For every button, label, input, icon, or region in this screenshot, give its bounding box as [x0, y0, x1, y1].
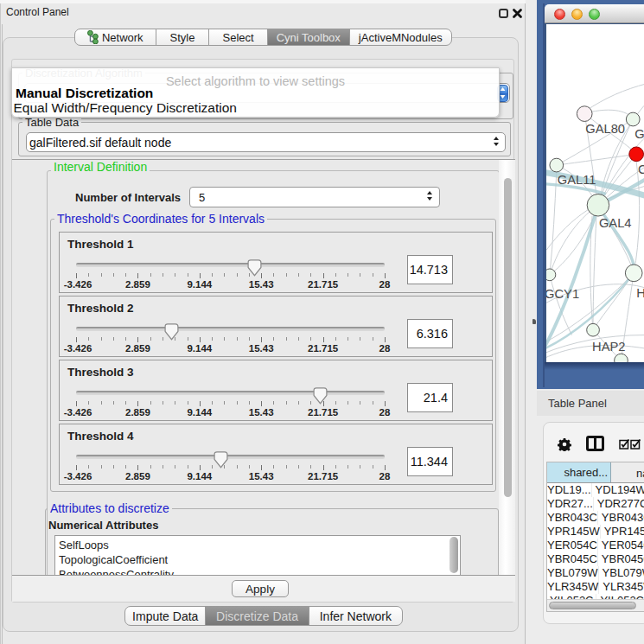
svg-text:GAL4: GAL4	[599, 216, 632, 230]
svg-text:C: C	[638, 163, 644, 176]
svg-text:HAP2: HAP2	[592, 340, 625, 354]
svg-text:GA: GA	[634, 127, 644, 141]
svg-text:GAL11: GAL11	[558, 173, 596, 187]
svg-text:GCY1: GCY1	[545, 287, 579, 301]
svg-text:H: H	[636, 286, 644, 300]
svg-text:GAL80: GAL80	[585, 122, 625, 136]
